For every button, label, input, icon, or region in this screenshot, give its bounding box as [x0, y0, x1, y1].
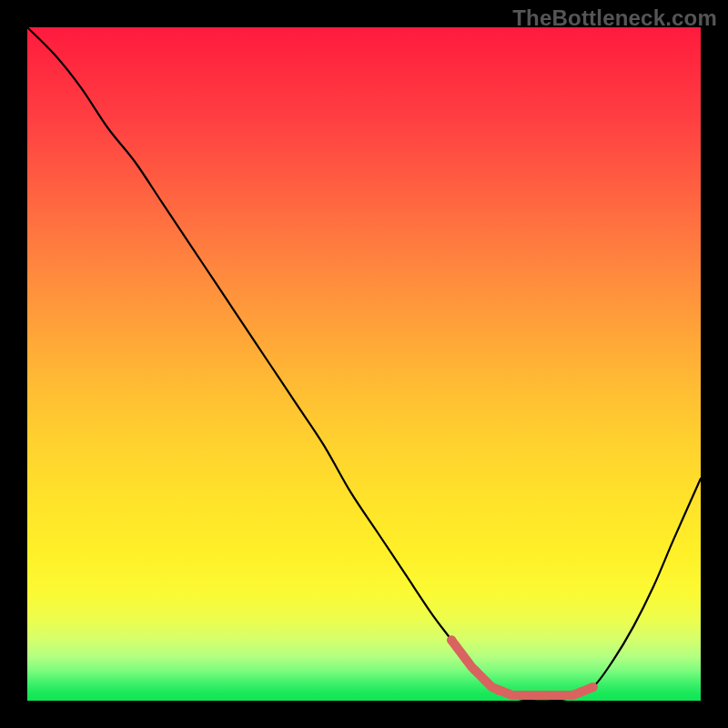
optimal-range-dot — [518, 691, 527, 700]
optimal-range-dot — [470, 666, 480, 675]
optimal-range-dot — [494, 686, 503, 695]
curve-svg — [27, 27, 701, 701]
optimal-range-dot — [447, 635, 456, 644]
optimal-range-dot — [541, 691, 551, 700]
chart-frame: TheBottleneck.com — [0, 0, 728, 728]
bottleneck-curve — [27, 27, 701, 701]
plot-area — [27, 27, 701, 701]
optimal-range-dot — [589, 682, 598, 692]
optimal-range-dot — [565, 691, 574, 700]
watermark-text: TheBottleneck.com — [512, 5, 717, 31]
